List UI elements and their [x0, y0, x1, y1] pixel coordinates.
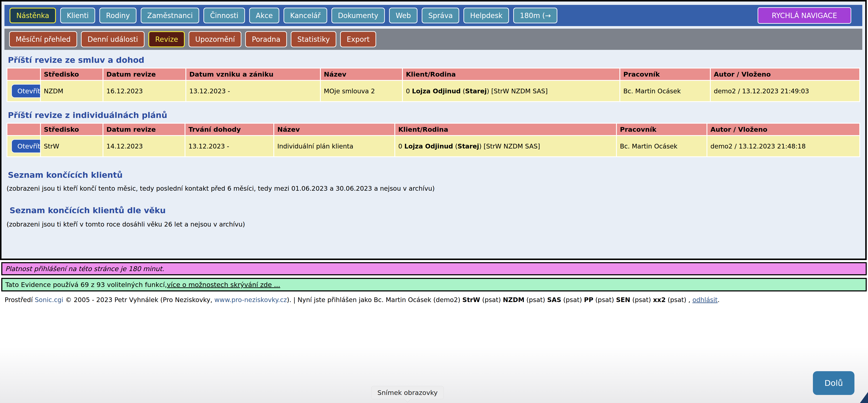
klient-alias: Starej — [465, 87, 487, 95]
functions-info-bar: Tato Evidence používá 69 z 93 volitelnýc… — [1, 278, 867, 291]
col-stredisko: Středisko — [41, 68, 102, 80]
col-nazev: Název — [321, 68, 402, 80]
cell-autor-vlozeno: demo2 / 13.12.2023 21:48:18 — [707, 136, 859, 156]
col-open — [7, 68, 40, 80]
col-trvani-dohody: Trvání dohody — [185, 124, 273, 135]
footer: Prostředí Sonic.cgi © 2005 - 2023 Petr V… — [5, 296, 868, 304]
cell-nazev: MOje smlouva 2 — [321, 81, 402, 101]
table-revize-smluv: Středisko Datum revize Datum vzniku a zá… — [6, 68, 860, 102]
cell-klient-rodina: 0 Lojza Odjinud (Starej) [StrW NZDM SAS] — [403, 81, 619, 101]
open-record-button[interactable]: Otevřít — [11, 139, 40, 153]
col-nazev: Název — [274, 124, 394, 135]
col-stredisko: Středisko — [41, 124, 102, 135]
toolbar-tab-export[interactable]: Export — [340, 31, 376, 47]
col-datum-revize: Datum revize — [103, 68, 185, 80]
table-header-row: Středisko Datum revize Datum vzniku a zá… — [7, 68, 859, 80]
klient-name: Lojza Odjinud — [404, 143, 453, 150]
col-klient-rodina: Klient/Rodina — [403, 68, 619, 80]
footer-text: ). | Nyní jste přihlášen jako Bc. Martin… — [287, 296, 462, 304]
klient-sep: ( — [461, 87, 465, 95]
table-revize-planu: Středisko Datum revize Trvání dohody Náz… — [6, 123, 860, 157]
section-subtitle-koncici-vek: (zobrazeni jsou ti kteří v tomto roce do… — [6, 221, 865, 228]
sonic-cgi-link[interactable]: Sonic.cgi — [35, 296, 63, 304]
table-header-row: Středisko Datum revize Trvání dohody Náz… — [7, 124, 859, 135]
screenshot-tooltip-text: Snímek obrazovky — [377, 389, 438, 397]
section-title-koncici-vek: Seznam končících klientů dle věku — [9, 206, 865, 215]
col-open — [7, 124, 40, 135]
section-subtitle-koncici: (zobrazeni jsou ti kteří končí tento měs… — [6, 185, 865, 192]
cell-klient-rodina: 0 Lojza Odjinud (Starej) [StrW NZDM SAS] — [395, 136, 616, 156]
functions-more-link[interactable]: více o možnostech skrývání zde ... — [167, 281, 280, 288]
klient-alias: Starej — [458, 143, 479, 150]
logout-link[interactable]: odhlásit — [692, 296, 717, 304]
cell-autor-vlozeno: demo2 / 13.12.2023 21:49:03 — [711, 81, 859, 101]
quick-navigation-button[interactable]: RYCHLÁ NAVIGACE — [757, 7, 851, 24]
cell-stredisko: NZDM — [41, 81, 102, 101]
footer-text: © 2005 - 2023 Petr Vyhnálek (Pro Nezisko… — [63, 296, 214, 304]
open-record-button[interactable]: Otevřít — [11, 84, 40, 98]
role-code: PP — [584, 296, 593, 304]
klient-name: Lojza Odjinud — [412, 87, 461, 95]
table-row: Otevřít NZDM 16.12.2023 13.12.2023 - MOj… — [7, 81, 859, 101]
toolbar-tab-upozorneni[interactable]: Upozornění — [189, 31, 241, 47]
session-validity-bar: Platnost přihlášení na této stránce je 1… — [1, 262, 867, 275]
cell-pracovnik: Bc. Martin Ocásek — [620, 81, 710, 101]
klient-number: 0 — [406, 87, 412, 95]
col-autor-vlozeno: Autor / Vloženo — [711, 68, 859, 80]
top-nav-bar: Nástěnka Klienti Rodiny Zaměstnanci Činn… — [4, 5, 862, 26]
nav-tab-dokumenty[interactable]: Dokumenty — [332, 8, 385, 23]
role-code: SAS — [547, 296, 561, 304]
table-row: Otevřít StrW 14.12.2023 13.12.2023 - Ind… — [7, 136, 859, 156]
nav-tab-zamestnanci[interactable]: Zaměstnanci — [141, 8, 199, 23]
klient-number: 0 — [398, 143, 404, 150]
screenshot-tooltip: Snímek obrazovky — [371, 386, 444, 399]
cell-stredisko: StrW — [41, 136, 102, 156]
nav-tab-sprava[interactable]: Správa — [422, 8, 459, 23]
toolbar-tab-poradna[interactable]: Poradna — [245, 31, 287, 47]
nav-tab-klienti[interactable]: Klienti — [60, 8, 95, 23]
functions-info-text: Tato Evidence používá 69 z 93 volitelnýc… — [5, 281, 167, 288]
col-pracovnik: Pracovník — [617, 124, 707, 135]
col-datum-vzniku: Datum vzniku a zániku — [186, 68, 320, 80]
nav-tab-cinnosti[interactable]: Činnosti — [204, 8, 245, 23]
toolbar-tab-revize[interactable]: Revize — [148, 31, 185, 47]
nav-tab-kancelar[interactable]: Kancelář — [283, 8, 327, 23]
role-code: SEN — [616, 296, 630, 304]
klient-groups: ) [StrW NZDM SAS] — [487, 87, 548, 95]
nav-tab-akce[interactable]: Akce — [249, 8, 279, 23]
nav-tab-rodiny[interactable]: Rodiny — [99, 8, 136, 23]
cell-datum-vzniku: 13.12.2023 - — [186, 81, 320, 101]
scroll-down-button[interactable]: Dolů — [813, 371, 855, 395]
toolbar-tab-statistiky[interactable]: Statistiky — [291, 31, 336, 47]
klient-sep: ( — [453, 143, 458, 150]
nav-tab-nastenka[interactable]: Nástěnka — [9, 8, 56, 23]
session-validity-text: Platnost přihlášení na této stránce je 1… — [5, 265, 164, 272]
footer-text: . — [717, 296, 720, 304]
toolbar-tab-mesicni-prehled[interactable]: Měsíční přehled — [9, 31, 77, 47]
role-suffix: (psat) — [480, 296, 503, 304]
section-title-planu: Příští revize z individuálnách plánů — [8, 111, 865, 120]
session-timer-logout-button[interactable]: 180m (→ — [513, 8, 557, 23]
footer-text: Prostředí — [5, 296, 35, 304]
role-suffix: (psat) — [630, 296, 653, 304]
role-suffix: (psat) — [525, 296, 547, 304]
toolbar-tab-denni-udalosti[interactable]: Denní události — [81, 31, 145, 47]
cell-trvani-dohody: 13.12.2023 - — [185, 136, 273, 156]
klient-groups: ) [StrW NZDM SAS] — [479, 143, 540, 150]
cell-datum-revize: 16.12.2023 — [103, 81, 185, 101]
pro-neziskovky-link[interactable]: www.pro-neziskovky.cz — [214, 296, 287, 304]
cursor-icon — [860, 392, 868, 403]
cell-pracovnik: Bc. Martin Ocásek — [617, 136, 707, 156]
role-code: xx2 — [653, 296, 665, 304]
col-klient-rodina: Klient/Rodina — [395, 124, 616, 135]
nav-tab-helpdesk[interactable]: Helpdesk — [463, 8, 509, 23]
cell-datum-revize: 14.12.2023 — [103, 136, 185, 156]
role-code: StrW — [462, 296, 480, 304]
role-code: NZDM — [503, 296, 525, 304]
role-suffix: (psat) , — [665, 296, 692, 304]
section-title-koncici: Seznam končících klientů — [8, 170, 865, 180]
nav-tab-web[interactable]: Web — [389, 8, 417, 23]
col-pracovnik: Pracovník — [620, 68, 710, 80]
role-suffix: (psat) — [561, 296, 584, 304]
col-datum-revize: Datum revize — [103, 124, 185, 135]
